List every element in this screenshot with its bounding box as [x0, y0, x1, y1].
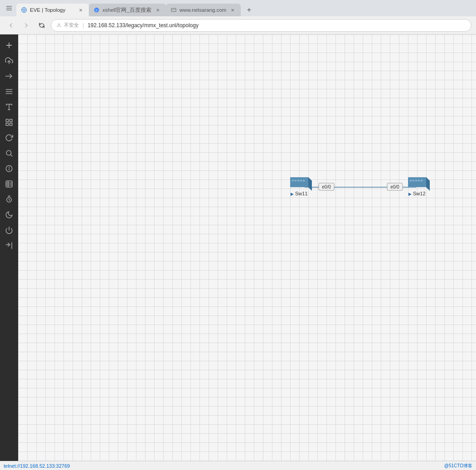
forward-button[interactable]: [20, 19, 33, 32]
telnet-status[interactable]: telnet://192.168.52.133:32769: [4, 463, 70, 469]
security-label: 不安全: [64, 22, 79, 29]
svg-rect-0: [6, 6, 12, 6]
sidebar-text[interactable]: [2, 100, 16, 114]
tab-close-1[interactable]: ✕: [77, 6, 84, 14]
topology-svg: e0/0 e0/0: [18, 34, 476, 470]
sidebar-log[interactable]: [2, 177, 16, 191]
address-bar[interactable]: ⚠ 不安全 | 192.168.52.133/legacy/mmx_test.u…: [51, 19, 471, 32]
address-text: 192.168.52.133/legacy/mmx_test.unl/topol…: [87, 22, 466, 29]
node-label-sw12: ▶ Sw12: [408, 191, 425, 196]
back-button[interactable]: [5, 19, 17, 32]
svg-rect-2: [6, 10, 12, 10]
svg-rect-50: [413, 180, 414, 181]
svg-marker-48: [426, 177, 430, 191]
sidebar-darkmode[interactable]: [2, 208, 16, 222]
browser-chrome: EVE | Topology ✕ b xshell官网_百度搜索 ✕ www.n…: [0, 0, 476, 34]
svg-rect-41: [297, 180, 299, 181]
node-label-sw11: ▶ Sw11: [291, 191, 307, 196]
tab-favicon-3: [170, 7, 177, 13]
svg-rect-40: [295, 180, 296, 181]
svg-rect-28: [6, 181, 12, 187]
sidebar: [0, 34, 18, 470]
sidebar-upload[interactable]: [2, 53, 16, 68]
svg-line-24: [10, 155, 12, 156]
interface-label-sw12-e00: e0/0: [390, 184, 399, 189]
sidebar-power[interactable]: [2, 223, 16, 237]
svg-rect-19: [6, 119, 8, 121]
svg-rect-43: [303, 180, 305, 181]
sidebar-grid[interactable]: [2, 115, 16, 130]
status-bar: telnet://192.168.52.133:32769 @51CTO博客: [0, 461, 476, 470]
main-area: e0/0 e0/0: [0, 34, 476, 470]
interface-label-sw11-e00: e0/0: [322, 184, 331, 189]
sidebar-refresh[interactable]: [2, 131, 16, 145]
new-tab-button[interactable]: +: [243, 4, 255, 16]
tab-netsarang[interactable]: www.netsarang.com ✕: [166, 4, 241, 16]
topology-canvas[interactable]: e0/0 e0/0: [18, 34, 476, 470]
svg-rect-22: [10, 123, 12, 126]
sidebar-export[interactable]: [2, 238, 16, 253]
node-sw12[interactable]: [408, 177, 430, 191]
window-controls: [0, 0, 18, 16]
svg-text:b: b: [96, 9, 97, 12]
tab-title-3: www.netsarang.com: [180, 7, 227, 13]
svg-rect-51: [415, 180, 417, 181]
sidebar-zoom[interactable]: [2, 146, 16, 160]
tab-title-2: xshell官网_百度搜索: [102, 7, 151, 14]
svg-marker-38: [308, 177, 312, 191]
tab-xshell[interactable]: b xshell官网_百度搜索 ✕: [89, 4, 166, 16]
svg-rect-21: [6, 123, 8, 126]
sidebar-timer[interactable]: [2, 192, 16, 207]
tab-close-3[interactable]: ✕: [229, 6, 236, 14]
svg-rect-47: [408, 177, 426, 187]
sidebar-add-node[interactable]: [2, 38, 16, 53]
svg-rect-8: [171, 9, 176, 12]
tab-title-1: EVE | Topology: [30, 7, 74, 13]
reload-button[interactable]: [35, 19, 48, 32]
tab-favicon-1: [21, 7, 27, 13]
svg-rect-1: [6, 8, 12, 8]
copyright: @51CTO博客: [444, 463, 472, 469]
sidebar-connect[interactable]: [2, 69, 16, 83]
sidebar-info[interactable]: [2, 161, 16, 176]
svg-rect-39: [292, 180, 294, 181]
svg-rect-52: [418, 180, 420, 181]
tab-eve-topology[interactable]: EVE | Topology ✕: [16, 4, 89, 16]
tab-close-2[interactable]: ✕: [154, 6, 161, 14]
svg-rect-20: [10, 119, 12, 121]
nav-bar: ⚠ 不安全 | 192.168.52.133/legacy/mmx_test.u…: [0, 16, 476, 34]
svg-rect-49: [410, 180, 412, 181]
svg-rect-42: [300, 180, 302, 181]
svg-rect-53: [421, 180, 423, 181]
tab-favicon-2: b: [93, 7, 100, 13]
svg-point-23: [6, 150, 11, 155]
sidebar-list[interactable]: [2, 84, 16, 99]
menu-icon[interactable]: [5, 5, 13, 12]
security-icon: ⚠: [57, 22, 61, 28]
svg-rect-37: [290, 177, 308, 187]
node-sw11[interactable]: [290, 177, 312, 191]
